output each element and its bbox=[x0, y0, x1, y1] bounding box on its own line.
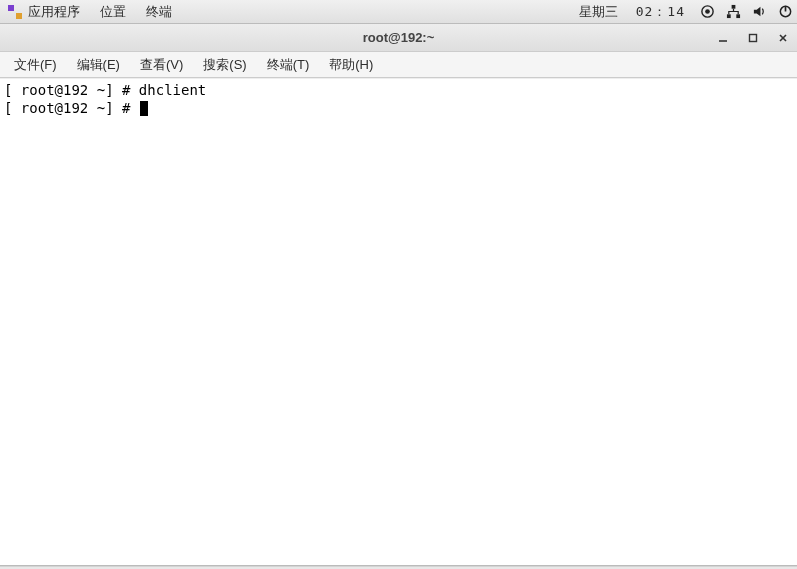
clock-day[interactable]: 星期三 bbox=[575, 1, 622, 23]
applications-menu[interactable]: 应用程序 bbox=[4, 1, 84, 23]
terminal-window: root@192:~ 文件(F) 编辑(E) 查看(V) 搜索(S) 终端(T)… bbox=[0, 24, 797, 567]
menu-terminal[interactable]: 终端(T) bbox=[259, 53, 318, 77]
clock-time[interactable]: 02：14 bbox=[632, 1, 689, 23]
terminal-area[interactable]: [ root@192 ~] # dhclient [ root@192 ~] # bbox=[0, 78, 797, 565]
terminal-launcher[interactable]: 终端 bbox=[142, 1, 176, 23]
cursor-icon bbox=[140, 101, 148, 116]
svg-rect-2 bbox=[731, 5, 735, 9]
svg-rect-4 bbox=[736, 14, 740, 18]
window-controls bbox=[715, 24, 791, 51]
command-text: dhclient bbox=[139, 82, 206, 98]
minimize-button[interactable] bbox=[715, 30, 731, 46]
window-titlebar[interactable]: root@192:~ bbox=[0, 24, 797, 52]
prompt-line-1: [ root@192 ~] # dhclient bbox=[4, 82, 206, 98]
volume-icon[interactable] bbox=[751, 4, 767, 20]
window-bottom-border bbox=[0, 565, 797, 567]
prompt-text: [ root@192 ~] # bbox=[4, 82, 139, 98]
prompt-text: [ root@192 ~] # bbox=[4, 100, 139, 116]
places-menu[interactable]: 位置 bbox=[96, 1, 130, 23]
target-icon[interactable] bbox=[699, 4, 715, 20]
svg-rect-8 bbox=[750, 34, 757, 41]
menu-view[interactable]: 查看(V) bbox=[132, 53, 191, 77]
menu-help[interactable]: 帮助(H) bbox=[321, 53, 381, 77]
applications-icon bbox=[8, 5, 22, 19]
window-title: root@192:~ bbox=[363, 30, 435, 45]
menu-edit[interactable]: 编辑(E) bbox=[69, 53, 128, 77]
power-icon[interactable] bbox=[777, 4, 793, 20]
network-icon[interactable] bbox=[725, 4, 741, 20]
maximize-button[interactable] bbox=[745, 30, 761, 46]
close-button[interactable] bbox=[775, 30, 791, 46]
menubar: 文件(F) 编辑(E) 查看(V) 搜索(S) 终端(T) 帮助(H) bbox=[0, 52, 797, 78]
prompt-line-2: [ root@192 ~] # bbox=[4, 100, 148, 116]
menu-search[interactable]: 搜索(S) bbox=[195, 53, 254, 77]
desktop-top-panel: 应用程序 位置 终端 星期三 02：14 bbox=[0, 0, 797, 24]
svg-point-1 bbox=[705, 9, 710, 14]
applications-label: 应用程序 bbox=[28, 4, 80, 19]
menu-file[interactable]: 文件(F) bbox=[6, 53, 65, 77]
svg-rect-3 bbox=[726, 14, 730, 18]
